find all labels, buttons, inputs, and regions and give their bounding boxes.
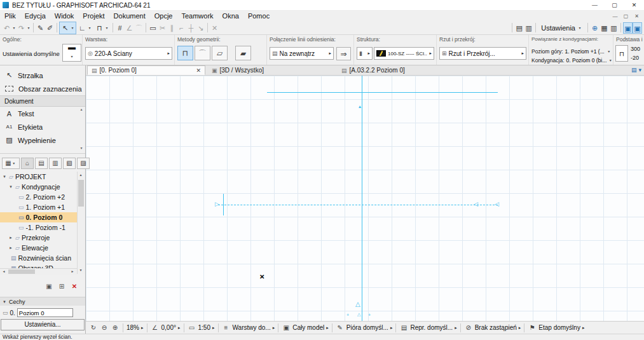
- undo-icon[interactable]: ↶: [2, 22, 11, 34]
- wall-tool-button[interactable]: ∟ ▾: [76, 22, 93, 34]
- menu-okna[interactable]: Okna: [218, 11, 243, 21]
- scroll-down-icon[interactable]: ▾: [77, 267, 85, 274]
- menu-pomoc[interactable]: Pomoc: [243, 11, 274, 21]
- model-view-dropdown[interactable]: ▤ Repr. domyśl... ▸: [396, 324, 460, 331]
- drawing-canvas[interactable]: ▷ ◁ ◁ ▴ △ + △ + ✕: [86, 76, 644, 321]
- library-icon[interactable]: ▦: [599, 22, 609, 34]
- scroll-up-icon[interactable]: ▴: [77, 172, 85, 179]
- overrides-dropdown[interactable]: ⊘ Brak zastąpień ▸: [461, 324, 524, 331]
- story-name-input[interactable]: [17, 308, 73, 317]
- orientation-dropdown[interactable]: ∠ 0,00° ▸: [147, 324, 184, 331]
- expander-icon[interactable]: ▸: [8, 245, 13, 250]
- zoom-level-dropdown[interactable]: 18% ▸: [123, 324, 147, 331]
- refline-flip-button[interactable]: ⇒: [336, 47, 351, 60]
- split-icon[interactable]: ∥: [167, 22, 177, 34]
- basetop-value-1[interactable]: 300: [631, 46, 640, 52]
- guide-line-icon[interactable]: ∠: [125, 22, 134, 34]
- tree-item-poziom-minus1[interactable]: ▭ -1. Poziom -1: [0, 222, 77, 233]
- tree-item-elewacje[interactable]: ▸ ▱ Elewacje: [0, 243, 77, 253]
- layers-dropdown[interactable]: ≡ Warstwy do... ▸: [219, 324, 278, 331]
- navigator-pin-button[interactable]: ▨: [77, 158, 90, 169]
- renovation-phase-dropdown[interactable]: ⚑ Etap domyślny ▸: [524, 324, 587, 331]
- intersect-icon[interactable]: ┼: [186, 22, 196, 34]
- menu-projekt[interactable]: Projekt: [78, 11, 109, 21]
- tab-3d-wszystko[interactable]: ▣ [3D / Wszystko]: [208, 65, 268, 75]
- guide-arc-icon[interactable]: ⌒: [134, 22, 144, 34]
- menu-edycja[interactable]: Edycja: [20, 11, 50, 21]
- pen-set-dropdown[interactable]: ✎ Pióra domyśl... ▸: [332, 324, 396, 331]
- geometry-polygon-button[interactable]: ▰: [235, 46, 251, 60]
- menu-plik[interactable]: Plik: [0, 11, 20, 21]
- tree-item-poziom-plus1[interactable]: ▭ 1. Poziom +1: [0, 202, 77, 212]
- toolbox-item-wypelnienie[interactable]: ▨ Wypełnienie: [0, 133, 85, 147]
- adjust-icon[interactable]: ⌐: [177, 22, 186, 34]
- expander-icon[interactable]: ▸: [8, 235, 13, 240]
- tree-item-kondygnacje[interactable]: ▾ ▱ Kondygnacje: [0, 182, 77, 192]
- tab-a0322-poziom-0[interactable]: ▤ [A.03.2.2 Poziom 0]: [338, 65, 409, 75]
- library2-icon[interactable]: ▥: [609, 22, 619, 34]
- structure-display-dropdown[interactable]: ▣ Cały model ▸: [278, 324, 332, 331]
- publisher-sets-button[interactable]: ▧: [63, 158, 76, 169]
- explode-icon[interactable]: ✕: [210, 22, 219, 34]
- zoom-out-icon[interactable]: ⊖: [100, 324, 109, 331]
- layout-book-button[interactable]: ▥: [49, 158, 62, 169]
- organizer-icon[interactable]: ▤: [514, 22, 524, 34]
- clone-view-button[interactable]: ▣: [43, 282, 55, 292]
- arrow-tool-button[interactable]: ↖ ▾: [59, 22, 76, 34]
- default-settings-label[interactable]: Ustawienia domyślne: [3, 50, 60, 57]
- tab-close-icon[interactable]: ✕: [196, 67, 201, 74]
- toolbox-section-dokument[interactable]: Dokument: [0, 95, 85, 107]
- expander-icon[interactable]: ▾: [8, 184, 13, 189]
- zoom-in-icon[interactable]: ⊕: [111, 324, 120, 331]
- publisher-icon[interactable]: ▥: [524, 22, 533, 34]
- tab-poziom-0[interactable]: ▤ [0. Poziom 0] ✕: [87, 65, 205, 75]
- tree-item-poziom-plus2[interactable]: ▭ 2. Poziom +2: [0, 192, 77, 202]
- tree-item-projekt[interactable]: ▾ ▱ PROJEKT: [0, 172, 77, 182]
- properties-header[interactable]: ▼ Cechy: [0, 297, 85, 306]
- panel-toggle-2[interactable]: ▣: [633, 22, 642, 34]
- pickup-parameters-icon[interactable]: ✎: [36, 22, 45, 34]
- wall-profile-dropdown[interactable]: ▬ ▾: [62, 44, 81, 62]
- tree-hscrollbar-thumb[interactable]: [8, 269, 35, 274]
- scroll-left-icon[interactable]: ◂: [0, 268, 8, 275]
- menu-widok[interactable]: Widok: [50, 11, 79, 21]
- geometry-trapezoid-button[interactable]: ▱: [212, 46, 228, 60]
- toolbox-scroll-down-icon[interactable]: ▾: [78, 146, 85, 151]
- story-home-row[interactable]: Kondygnacja: 0. Poziom 0 (bi... ▾: [531, 55, 612, 65]
- panel-toggle-1[interactable]: ▣: [623, 22, 633, 34]
- plansect-dropdown[interactable]: ⊞ Rzut i Przekrój... ▸: [439, 47, 526, 60]
- inject-parameters-icon[interactable]: ✐: [45, 22, 55, 34]
- menu-dokument[interactable]: Dokument: [109, 11, 150, 21]
- mdi-minimize-button[interactable]: —: [610, 13, 620, 19]
- close-button[interactable]: ✕: [624, 0, 644, 11]
- minimize-button[interactable]: —: [585, 0, 605, 11]
- redo-icon[interactable]: ↷: [17, 22, 26, 34]
- scroll-right-icon[interactable]: ▸: [69, 268, 76, 275]
- expander-icon[interactable]: ▾: [2, 174, 7, 179]
- dropdown-arrow-icon[interactable]: ▾: [26, 22, 31, 34]
- toolbox-item-obszar-zaznaczenia[interactable]: Obszar zaznaczenia: [0, 82, 85, 95]
- tab-list-icon[interactable]: ▤: [631, 67, 637, 73]
- scale-dropdown[interactable]: ▭ 1:50 ▸: [184, 324, 218, 331]
- menu-teamwork[interactable]: Teamwork: [177, 11, 217, 21]
- geometry-curved-button[interactable]: ⌒: [195, 46, 210, 60]
- tree-item-poziom-0[interactable]: ▭ 0. Poziom 0: [0, 212, 77, 222]
- menu-opcje[interactable]: Opcje: [150, 11, 177, 21]
- tab-menu-icon[interactable]: ▾: [638, 67, 641, 73]
- refline-dropdown[interactable]: ▤ Na zewnątrz ▸: [270, 47, 334, 60]
- geometry-straight-button[interactable]: ⊓: [177, 46, 193, 60]
- view-map-button[interactable]: ▤: [35, 158, 48, 169]
- project-chooser-button[interactable]: ▦ ▾: [2, 158, 20, 169]
- snap-grid-icon[interactable]: #: [115, 22, 125, 34]
- pin-icon[interactable]: ⊕: [590, 22, 599, 34]
- basetop-value-2[interactable]: -20: [631, 55, 639, 61]
- marquee-icon[interactable]: ▭: [148, 22, 158, 34]
- dropdown-arrow-icon[interactable]: ▾: [11, 22, 17, 34]
- tree-item-rozwiniecia-scian[interactable]: ▤ Rozwinięcia ścian: [0, 253, 77, 263]
- toolbox-scroll-up-icon[interactable]: ▴: [78, 107, 85, 112]
- new-folder-button[interactable]: ⊞: [56, 282, 67, 292]
- properties-settings-button[interactable]: Ustawienia...: [1, 319, 85, 330]
- toolbox-item-strzalka[interactable]: ↖ Strzałka: [0, 69, 85, 82]
- mdi-close-button[interactable]: ✕: [631, 13, 642, 19]
- settings-dropdown[interactable]: Ustawienia ▾: [538, 22, 586, 34]
